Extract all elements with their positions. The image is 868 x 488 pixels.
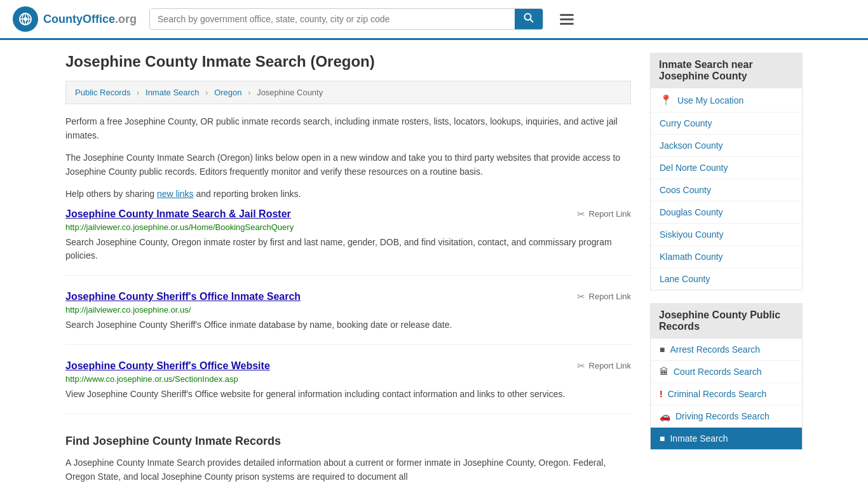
menu-button[interactable] <box>556 10 578 29</box>
sidebar-public-records-box: Josephine County Public Records ■ Arrest… <box>650 303 803 450</box>
search-input[interactable] <box>150 9 515 29</box>
breadcrumb-inmate-search[interactable]: Inmate Search <box>146 88 200 97</box>
page-title: Josephine County Inmate Search (Oregon) <box>65 53 631 71</box>
sidebar-nearby-klamath[interactable]: Klamath County <box>651 246 802 268</box>
sidebar-pr-criminal[interactable]: ! Criminal Records Search <box>651 383 802 405</box>
main-content: Josephine County Inmate Search (Oregon) … <box>65 53 631 488</box>
sidebar-pr-court[interactable]: 🏛 Court Records Search <box>651 361 802 383</box>
result-item-1: Josephine County Inmate Search & Jail Ro… <box>65 208 631 276</box>
report-icon-2: ✂ <box>577 291 585 302</box>
report-icon-3: ✂ <box>577 360 585 372</box>
result-desc-3: View Josephine County Sheriff's Office w… <box>65 388 631 401</box>
sidebar-public-records-content: ■ Arrest Records Search 🏛 Court Records … <box>650 339 803 450</box>
sidebar-nearby-curry[interactable]: Curry County <box>651 112 802 135</box>
result-item-3: Josephine County Sheriff's Office Websit… <box>65 360 631 414</box>
sidebar-nearby-douglas[interactable]: Douglas County <box>651 201 802 224</box>
logo-text: CountyOffice.org <box>43 13 137 26</box>
sidebar-nearby-delnorte[interactable]: Del Norte County <box>651 157 802 179</box>
search-button[interactable] <box>515 9 543 29</box>
result-url-3[interactable]: http://www.co.josephine.or.us/SectionInd… <box>65 374 631 384</box>
search-bar <box>149 8 543 30</box>
sidebar-nearby-header: Inmate Search near Josephine County <box>650 53 803 88</box>
site-header: CountyOffice.org <box>0 0 868 40</box>
description-3: Help others by sharing new links and rep… <box>65 187 631 201</box>
result-desc-1: Search Josephine County, Oregon inmate r… <box>65 236 631 262</box>
arrest-icon: ■ <box>660 344 665 355</box>
result-title-1[interactable]: Josephine County Inmate Search & Jail Ro… <box>65 208 291 220</box>
new-links[interactable]: new links <box>157 189 194 199</box>
sidebar-pr-inmate[interactable]: ■ Inmate Search <box>651 428 802 449</box>
report-link-2[interactable]: ✂ Report Link <box>577 291 631 302</box>
result-title-2[interactable]: Josephine County Sheriff's Office Inmate… <box>65 291 301 302</box>
sidebar-nearby-box: Inmate Search near Josephine County 📍 Us… <box>650 53 803 290</box>
svg-line-7 <box>531 20 534 23</box>
report-link-1[interactable]: ✂ Report Link <box>577 208 631 220</box>
logo-icon <box>13 6 38 32</box>
result-item-2: Josephine County Sheriff's Office Inmate… <box>65 291 631 345</box>
result-url-2[interactable]: http://jailviewer.co.josephine.or.us/ <box>65 305 631 315</box>
sidebar-nearby-jackson[interactable]: Jackson County <box>651 135 802 157</box>
sidebar-nearby-content: 📍 Use My Location Curry County Jackson C… <box>650 88 803 290</box>
report-icon-1: ✂ <box>577 208 585 220</box>
sidebar-pr-driving[interactable]: 🚗 Driving Records Search <box>651 405 802 428</box>
location-pin-icon: 📍 <box>660 94 672 106</box>
breadcrumb-county: Josephine County <box>257 88 323 97</box>
result-desc-2: Search Josephine County Sheriff's Office… <box>65 318 631 332</box>
sidebar-nearby-lane[interactable]: Lane County <box>651 268 802 290</box>
find-section-title: Find Josephine County Inmate Records <box>65 430 631 448</box>
result-url-1[interactable]: http://jailviewer.co.josephine.or.us/Hom… <box>65 222 631 232</box>
breadcrumb-public-records[interactable]: Public Records <box>75 88 130 97</box>
use-location-link[interactable]: Use My Location <box>677 95 743 105</box>
svg-point-6 <box>525 14 531 20</box>
breadcrumb: Public Records › Inmate Search › Oregon … <box>65 81 631 104</box>
report-link-3[interactable]: ✂ Report Link <box>577 360 631 372</box>
logo[interactable]: CountyOffice.org <box>13 6 137 32</box>
court-icon: 🏛 <box>660 367 668 377</box>
description-1: Perform a free Josephine County, OR publ… <box>65 114 631 143</box>
inmate-icon: ■ <box>660 433 665 444</box>
find-section-text: A Josephine County Inmate Search provide… <box>65 456 631 484</box>
breadcrumb-oregon[interactable]: Oregon <box>214 88 241 97</box>
use-my-location[interactable]: 📍 Use My Location <box>651 88 802 112</box>
driving-icon: 🚗 <box>660 411 670 421</box>
description-2: The Josephine County Inmate Search (Oreg… <box>65 151 631 179</box>
sidebar-public-records-header: Josephine County Public Records <box>650 303 803 339</box>
svg-point-5 <box>24 17 27 21</box>
result-title-3[interactable]: Josephine County Sheriff's Office Websit… <box>65 360 270 372</box>
sidebar-nearby-coos[interactable]: Coos County <box>651 179 802 201</box>
criminal-icon: ! <box>660 389 663 399</box>
sidebar-nearby-siskiyou[interactable]: Siskiyou County <box>651 224 802 246</box>
page-container: Josephine County Inmate Search (Oregon) … <box>53 40 815 488</box>
find-section: Find Josephine County Inmate Records A J… <box>65 430 631 488</box>
sidebar: Inmate Search near Josephine County 📍 Us… <box>650 53 803 488</box>
sidebar-pr-arrest[interactable]: ■ Arrest Records Search <box>651 339 802 361</box>
